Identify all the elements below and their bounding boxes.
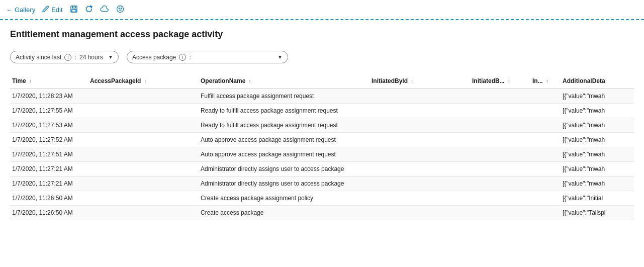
- cell-op: Auto approve access package assignment r…: [199, 147, 370, 162]
- activity-dropdown-arrow: ▼: [108, 54, 113, 60]
- cell-iid: [370, 191, 470, 206]
- cell-ib: [470, 147, 530, 162]
- cell-in: [530, 133, 561, 147]
- table-row: 1/7/2020, 11:27:53 AMReady to fulfill ac…: [10, 118, 634, 133]
- cell-apid: [88, 147, 199, 162]
- col-header-iid[interactable]: InitiatedById ↕: [370, 73, 470, 89]
- cell-iid: [370, 133, 470, 147]
- cell-ib: [470, 118, 530, 133]
- refresh-button[interactable]: [85, 5, 93, 15]
- cell-apid: [88, 206, 199, 220]
- save-button[interactable]: [70, 5, 78, 15]
- cell-apid: [88, 162, 199, 176]
- access-package-input[interactable]: [194, 54, 274, 61]
- cell-ad: [{"value":"mwah: [561, 104, 634, 118]
- cell-apid: [88, 89, 199, 104]
- smiley-button[interactable]: [116, 5, 124, 15]
- col-header-ib[interactable]: InitiatedB... ↕: [470, 73, 530, 89]
- back-arrow-icon: ←: [6, 6, 13, 14]
- sort-icon-apid[interactable]: ↕: [144, 79, 147, 83]
- cell-apid: [88, 176, 199, 191]
- cell-op: Fulfill access package assignment reques…: [199, 89, 370, 104]
- activity-info-icon: i: [64, 54, 71, 61]
- sort-icon-in[interactable]: ↕: [546, 79, 548, 83]
- edit-icon: [42, 6, 49, 14]
- smiley-icon: [116, 5, 124, 15]
- cell-apid: [88, 191, 199, 206]
- cell-time: 1/7/2020, 11:26:50 AM: [10, 206, 88, 220]
- col-header-apid[interactable]: AccessPackageId ↕: [88, 73, 199, 89]
- cell-iid: [370, 206, 470, 220]
- sort-icon-op[interactable]: ↕: [249, 79, 251, 83]
- sort-icon-iid[interactable]: ↕: [411, 79, 413, 83]
- cell-time: 1/7/2020, 11:27:21 AM: [10, 176, 88, 191]
- col-time-label: Time: [12, 77, 26, 84]
- sort-icon-time[interactable]: ↕: [29, 79, 32, 83]
- cell-ib: [470, 104, 530, 118]
- cell-op: Create access package assignment policy: [199, 191, 370, 206]
- access-package-filter[interactable]: Access package i : ▼: [127, 51, 288, 63]
- cloud-icon: [100, 6, 109, 14]
- cell-time: 1/7/2020, 11:27:21 AM: [10, 162, 88, 176]
- gallery-label: Gallery: [15, 6, 35, 14]
- cell-apid: [88, 118, 199, 133]
- sort-icon-ib[interactable]: ↕: [508, 79, 510, 83]
- cell-in: [530, 118, 561, 133]
- table-row: 1/7/2020, 11:28:23 AMFulfill access pack…: [10, 89, 634, 104]
- cell-iid: [370, 176, 470, 191]
- col-ad-label: AdditionalDeta: [563, 77, 605, 84]
- cell-in: [530, 206, 561, 220]
- access-package-colon: :: [189, 53, 191, 61]
- activity-colon: :: [74, 53, 76, 61]
- svg-point-3: [117, 6, 123, 12]
- col-header-ad: AdditionalDeta: [561, 73, 634, 89]
- table-row: 1/7/2020, 11:26:50 AMCreate access packa…: [10, 206, 634, 220]
- cell-ad: [{"value":"mwah: [561, 118, 634, 133]
- cell-time: 1/7/2020, 11:27:52 AM: [10, 133, 88, 147]
- activity-filter[interactable]: Activity since last i : 24 hours 48 hour…: [10, 51, 119, 63]
- cell-ib: [470, 162, 530, 176]
- svg-rect-1: [72, 6, 75, 8]
- cell-time: 1/7/2020, 11:26:50 AM: [10, 191, 88, 206]
- cell-iid: [370, 147, 470, 162]
- col-header-op[interactable]: OperationName ↕: [199, 73, 370, 89]
- cell-time: 1/7/2020, 11:27:55 AM: [10, 104, 88, 118]
- cell-ib: [470, 89, 530, 104]
- cell-apid: [88, 133, 199, 147]
- cell-iid: [370, 118, 470, 133]
- access-package-info-icon: i: [179, 54, 186, 61]
- cloud-button[interactable]: [100, 6, 109, 14]
- cell-iid: [370, 162, 470, 176]
- save-icon: [70, 5, 78, 15]
- svg-rect-2: [72, 10, 76, 12]
- cell-ib: [470, 176, 530, 191]
- cell-time: 1/7/2020, 11:27:53 AM: [10, 118, 88, 133]
- col-ib-label: InitiatedB...: [472, 77, 505, 84]
- col-apid-label: AccessPackageId: [90, 77, 141, 84]
- refresh-icon: [85, 5, 93, 15]
- activity-select[interactable]: 24 hours 48 hours 7 days 30 days: [79, 54, 105, 61]
- table-row: 1/7/2020, 11:27:21 AMAdministrator direc…: [10, 176, 634, 191]
- activity-table: Time ↕ AccessPackageId ↕ OperationName ↕…: [10, 73, 634, 220]
- cell-ib: [470, 191, 530, 206]
- cell-time: 1/7/2020, 11:27:51 AM: [10, 147, 88, 162]
- table-row: 1/7/2020, 11:27:21 AMAdministrator direc…: [10, 162, 634, 176]
- edit-button[interactable]: Edit: [42, 6, 62, 14]
- cell-in: [530, 162, 561, 176]
- cell-op: Administrator directly assigns user to a…: [199, 162, 370, 176]
- cell-ib: [470, 133, 530, 147]
- cell-time: 1/7/2020, 11:28:23 AM: [10, 89, 88, 104]
- cell-in: [530, 147, 561, 162]
- table-row: 1/7/2020, 11:27:52 AMAuto approve access…: [10, 133, 634, 147]
- cell-ad: [{"value":"mwah: [561, 133, 634, 147]
- cell-op: Auto approve access package assignment r…: [199, 133, 370, 147]
- access-package-label: Access package: [132, 54, 176, 61]
- table-row: 1/7/2020, 11:27:51 AMAuto approve access…: [10, 147, 634, 162]
- cell-op: Ready to fulfill access package assignme…: [199, 104, 370, 118]
- col-header-time[interactable]: Time ↕: [10, 73, 88, 89]
- gallery-button[interactable]: ← Gallery: [6, 6, 35, 14]
- cell-op: Administrator directly assigns user to a…: [199, 176, 370, 191]
- col-op-label: OperationName: [201, 77, 245, 84]
- svg-point-5: [121, 8, 121, 8]
- col-header-in[interactable]: In... ↕: [530, 73, 561, 89]
